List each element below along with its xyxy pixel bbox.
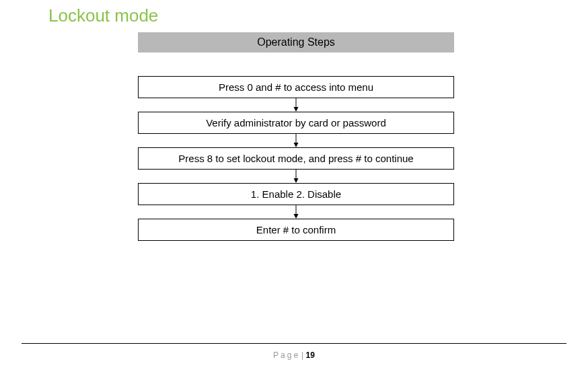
step-box-5: Enter # to confirm: [138, 219, 454, 241]
step-box-1: Press 0 and # to access into menu: [138, 76, 454, 98]
page-footer: Page| 19: [0, 351, 588, 360]
arrow-down-icon: [138, 134, 454, 147]
step-box-2: Verify administrator by card or password: [138, 112, 454, 134]
page-separator: |: [301, 351, 303, 360]
svg-marker-3: [294, 143, 299, 147]
flow-container: Operating Steps Press 0 and # to access …: [138, 32, 454, 241]
step-box-4: 1. Enable 2. Disable: [138, 183, 454, 205]
arrow-down-icon: [138, 205, 454, 219]
arrow-down-icon: [138, 98, 454, 112]
operating-steps-header: Operating Steps: [138, 32, 454, 52]
page-label: Page: [273, 351, 300, 360]
page-divider: [22, 343, 566, 344]
svg-marker-1: [294, 107, 299, 112]
svg-marker-5: [294, 178, 299, 183]
svg-marker-7: [294, 214, 299, 219]
arrow-down-icon: [138, 170, 454, 183]
page-title: Lockout mode: [48, 5, 158, 26]
step-box-3: Press 8 to set lockout mode, and press #…: [138, 147, 454, 170]
page-number: 19: [306, 351, 315, 360]
